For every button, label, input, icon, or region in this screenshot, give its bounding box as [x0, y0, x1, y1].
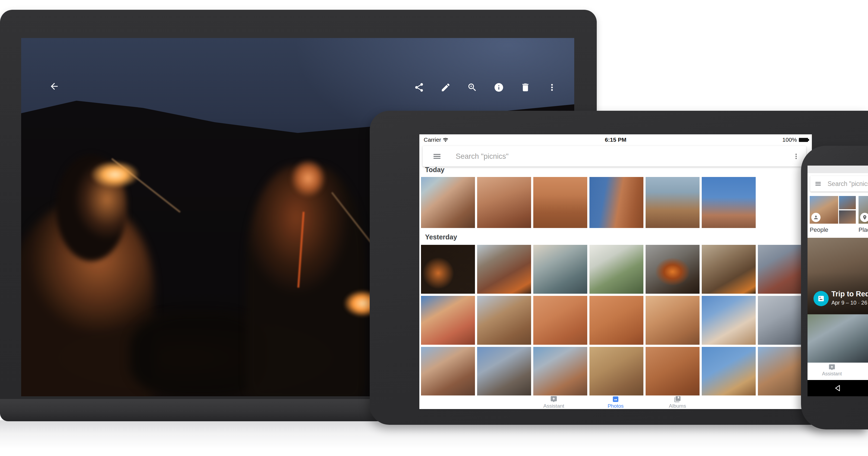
photos-icon: [612, 396, 619, 403]
photo-tile-woman-rock-hole[interactable]: [589, 296, 643, 345]
section-label-yesterday: Yesterday: [425, 233, 457, 241]
album-photo-icon: [817, 294, 825, 303]
photo-toolbar: [21, 38, 574, 101]
overflow-menu-icon[interactable]: [792, 152, 800, 161]
phone-status-bar: [807, 166, 868, 173]
photo-tile-climbing-red-cliff[interactable]: [589, 177, 643, 228]
tab-photos[interactable]: Photos: [595, 396, 636, 409]
location-pin-icon: [862, 215, 867, 220]
photo-grid-today: [421, 177, 756, 228]
albums-icon: [674, 396, 681, 403]
photo-tile-couple-red-rocks[interactable]: [533, 177, 587, 228]
trash-icon: [520, 82, 531, 92]
photo-tile-family-by-car[interactable]: [533, 347, 587, 396]
places-label[interactable]: Plac: [859, 226, 868, 233]
tab-assistant-label: Assistant: [822, 371, 842, 377]
tab-assistant[interactable]: Assistant: [821, 364, 843, 377]
phone-search-bar[interactable]: Search "picnics": [810, 176, 868, 192]
photo-tile-woman-sunglasses[interactable]: [646, 296, 700, 345]
explore-section: People Plac: [807, 196, 868, 237]
edit-button[interactable]: [440, 81, 452, 93]
photo-tile-blue-helmet-hiker[interactable]: [646, 177, 700, 228]
people-badge: [811, 213, 820, 222]
people-small-tile-top[interactable]: [839, 196, 856, 209]
trip-card-subtitle: Apr 9 – 10 · 26 i: [831, 300, 868, 306]
photo-tile-mom-kid-white-rock[interactable]: [702, 296, 756, 345]
tab-albums[interactable]: Albums: [657, 396, 698, 409]
battery-group: 100%: [782, 137, 808, 143]
assistant-icon: [828, 364, 835, 371]
trip-card-title: Trip to Red R: [831, 290, 868, 298]
search-placeholder[interactable]: Search "picnics": [828, 180, 868, 188]
photo-tile-family-selfie-four[interactable]: [421, 347, 475, 396]
photo-tile-campsite-evening-fire[interactable]: [702, 245, 756, 294]
photo-grid-yesterday-row2: [421, 296, 812, 345]
boy-face: [290, 159, 326, 198]
photo-tile-hikers-red-backpack[interactable]: [477, 296, 531, 345]
photo-tile-rock-wave-family[interactable]: [533, 296, 587, 345]
more-options-button[interactable]: [546, 81, 558, 93]
delete-button[interactable]: [520, 81, 531, 93]
tab-assistant[interactable]: Assistant: [533, 396, 574, 409]
tablet-status-bar: Carrier 6:15 PM 100%: [420, 134, 812, 145]
clock-label: 6:15 PM: [420, 137, 812, 143]
zoom-in-icon: [467, 82, 477, 92]
phone-bottom-nav: Assistant: [807, 363, 868, 380]
photo-grid-yesterday-row3: [421, 347, 812, 396]
person-icon: [813, 215, 818, 220]
people-small-tile-bottom[interactable]: [839, 210, 856, 224]
photo-tile-person-in-tent[interactable]: [589, 245, 643, 294]
tab-photos-label: Photos: [608, 403, 624, 409]
photo-tile-family-selfie-helmets[interactable]: [421, 177, 475, 228]
photo-tile-red-rock-canyon[interactable]: [646, 347, 700, 396]
photo-tile-man-hat-horseback[interactable]: [702, 347, 756, 396]
android-nav-bar: [807, 380, 868, 396]
zoom-in-button[interactable]: [466, 81, 478, 93]
photo-tile-night-campfire-figures[interactable]: [421, 245, 475, 294]
trip-album-card[interactable]: Trip to Red R Apr 9 – 10 · 26 i: [807, 238, 868, 314]
photo-tile-climber-closeup[interactable]: [477, 177, 531, 228]
photo-tile-dutch-oven-fire[interactable]: [646, 245, 700, 294]
photo-tile-woman-canyon-view[interactable]: [589, 347, 643, 396]
section-label-today: Today: [425, 166, 444, 174]
pencil-icon: [440, 82, 451, 92]
tab-assistant-label: Assistant: [543, 403, 564, 409]
share-icon: [414, 82, 424, 92]
search-placeholder[interactable]: Search "picnics": [456, 152, 508, 161]
hamburger-menu-icon[interactable]: [432, 152, 442, 161]
back-button[interactable]: [48, 80, 60, 92]
kebab-menu-icon: [547, 82, 557, 92]
floor-reflection: [0, 420, 868, 456]
tablet-search-bar[interactable]: Search "picnics": [423, 146, 806, 167]
phone-screen-search-view: Search "picnics" People Plac T: [807, 166, 868, 396]
people-label[interactable]: People: [810, 226, 828, 233]
tablet-screen-photos-app: Carrier 6:15 PM 100% Search "picnics" To…: [420, 134, 812, 409]
photo-tile-family-selfie-sky[interactable]: [702, 177, 756, 228]
places-badge: [860, 213, 868, 222]
info-button[interactable]: [493, 81, 505, 93]
photo-tile-toddler-selfie[interactable]: [421, 296, 475, 345]
photo-actions: [413, 81, 558, 93]
marshmallow-flame: [90, 161, 140, 189]
back-arrow-icon: [49, 81, 59, 91]
food-photo-tile[interactable]: [807, 314, 868, 363]
album-badge: [813, 291, 829, 306]
battery-icon: [799, 138, 808, 142]
photo-tile-picnic-blanket-food[interactable]: [533, 245, 587, 294]
photo-tile-man-red-shirt-campfire[interactable]: [477, 245, 531, 294]
tab-albums-label: Albums: [669, 403, 686, 409]
assistant-icon: [550, 396, 557, 403]
android-back-button[interactable]: [834, 384, 842, 393]
hamburger-menu-icon[interactable]: [814, 180, 822, 187]
info-icon: [494, 82, 504, 92]
places-tile[interactable]: [859, 196, 868, 224]
boy-silhouette: [246, 166, 366, 396]
share-button[interactable]: [413, 81, 425, 93]
photo-grid-yesterday-row1: [421, 245, 812, 294]
google-photos-devices-screenshot: { "colors": { "accent_blue": "#4285f4", …: [0, 0, 868, 456]
battery-percent-label: 100%: [782, 137, 797, 143]
tablet-bottom-nav: Assistant Photos Albums: [420, 396, 812, 409]
photo-tile-kids-car-tailgate[interactable]: [477, 347, 531, 396]
people-collage-tile[interactable]: [810, 196, 838, 224]
